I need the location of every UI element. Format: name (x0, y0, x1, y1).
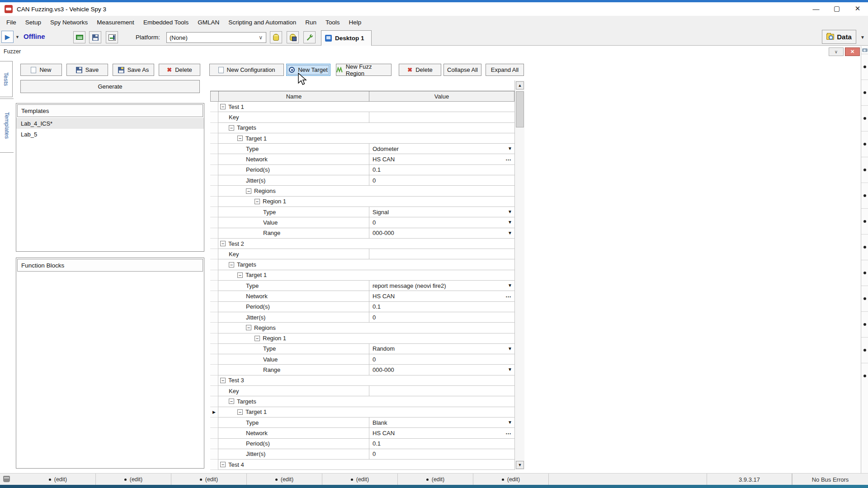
database-button[interactable] (270, 31, 282, 43)
collapse-toggle-icon[interactable]: − (255, 336, 260, 341)
menu-run[interactable]: Run (301, 16, 321, 29)
tree-row[interactable]: −Regions (210, 323, 514, 333)
menu-embedded-tools[interactable]: Embedded Tools (139, 16, 193, 29)
menu-help[interactable]: Help (344, 16, 366, 29)
tree-value-cell[interactable]: Odometer▼ (369, 144, 514, 154)
tree-row[interactable]: Period(s)0.1 (210, 439, 514, 449)
collapse-toggle-icon[interactable]: − (220, 241, 226, 246)
tree-row[interactable]: −Targets (210, 396, 514, 407)
tree-value-cell[interactable] (369, 386, 514, 396)
menu-tools[interactable]: Tools (321, 16, 344, 29)
browse-ellipsis-icon[interactable]: … (505, 429, 512, 436)
collapse-toggle-icon[interactable]: − (255, 199, 260, 204)
vertical-scrollbar[interactable]: ▲ ▼ (514, 80, 524, 470)
tree-row[interactable]: Period(s)0.1 (210, 165, 514, 175)
tree-value-cell[interactable] (369, 249, 514, 259)
strip-slot[interactable] (861, 131, 868, 157)
tree-row[interactable]: Typereport message (neovi fire2)▼ (210, 281, 514, 291)
tree-value-cell[interactable]: HS CAN… (369, 428, 514, 438)
minimize-icon[interactable]: — (806, 2, 826, 15)
strip-slot[interactable] (861, 363, 868, 389)
scroll-up-icon[interactable]: ▲ (516, 81, 524, 89)
template-item[interactable]: Lab_5 (16, 129, 204, 140)
edit-status-cell[interactable]: (edit) (247, 474, 322, 485)
tree-value-cell[interactable]: 0 (369, 312, 514, 323)
tools-button[interactable] (303, 31, 316, 43)
new-configuration-button[interactable]: New Configuration (209, 64, 284, 76)
tree-row[interactable]: Jitter(s)0 (210, 312, 514, 323)
collapse-toggle-icon[interactable]: − (246, 325, 251, 330)
new-target-button[interactable]: New Target (286, 64, 330, 76)
tree-row[interactable]: TypeOdometer▼ (210, 144, 514, 154)
tree-value-cell[interactable]: 0.1 (369, 165, 514, 175)
maximize-icon[interactable]: ▢ (826, 2, 847, 15)
edit-status-cell[interactable]: (edit) (473, 474, 549, 485)
strip-slot[interactable] (861, 105, 868, 131)
value-column-header[interactable]: Value (369, 91, 514, 102)
menu-scripting-and-automation[interactable]: Scripting and Automation (224, 16, 301, 29)
tree-delete-button[interactable]: ✖Delete (399, 64, 441, 76)
tree-value-cell[interactable]: HS CAN… (369, 154, 514, 164)
tree-row[interactable]: NetworkHS CAN… (210, 154, 514, 164)
tree-row[interactable]: −Targets (210, 123, 514, 133)
tree-row[interactable]: −Target 1 (210, 133, 514, 144)
tree-row[interactable]: TypeBlank▼ (210, 418, 514, 428)
tree-row[interactable]: ▶−Target 1 (210, 407, 514, 418)
menu-measurement[interactable]: Measurement (92, 16, 139, 29)
menu-file[interactable]: File (2, 16, 21, 29)
save-button[interactable]: Save (66, 64, 108, 76)
tree-row[interactable]: Key (210, 249, 514, 259)
tree-row[interactable]: −Region 1 (210, 197, 514, 207)
side-tab-tests[interactable]: Tests (0, 61, 13, 97)
tree-row[interactable]: −Targets (210, 259, 514, 270)
strip-slot[interactable] (861, 234, 868, 260)
edit-status-cell[interactable]: (edit) (20, 474, 96, 485)
tree-value-cell[interactable]: 0 (369, 449, 514, 460)
strip-slot[interactable] (861, 337, 868, 363)
dropdown-arrow-icon[interactable]: ▼ (508, 209, 512, 214)
dropdown-arrow-icon[interactable]: ▼ (508, 420, 512, 425)
collapse-toggle-icon[interactable]: − (220, 462, 226, 467)
collapse-toggle-icon[interactable]: − (237, 136, 243, 141)
data-dropdown-icon[interactable]: ▼ (858, 33, 867, 42)
tree-row[interactable]: −Test 3 (210, 375, 514, 386)
strip-slot[interactable] (861, 260, 868, 286)
tree-row[interactable]: −Test 1 (210, 102, 514, 112)
side-tab-templates[interactable]: Templates (0, 99, 14, 153)
browse-ellipsis-icon[interactable]: … (505, 292, 512, 299)
tree-row[interactable]: TypeSignal▼ (210, 207, 514, 217)
name-column-header[interactable]: Name (218, 91, 369, 102)
save-toolbar-button[interactable] (89, 31, 101, 43)
collapse-toggle-icon[interactable]: − (246, 188, 251, 194)
tree-value-cell[interactable]: 0▼ (369, 217, 514, 228)
tree-value-cell[interactable]: HS CAN… (369, 291, 514, 301)
tree-row[interactable]: Jitter(s)0 (210, 175, 514, 186)
strip-slot[interactable] (861, 311, 868, 337)
collapse-toggle-icon[interactable]: − (237, 272, 243, 278)
delete-button[interactable]: ✖Delete (159, 64, 200, 76)
new-button[interactable]: New (20, 64, 62, 76)
strip-slot[interactable] (861, 286, 868, 311)
edit-status-cell[interactable]: (edit) (398, 474, 473, 485)
tree-value-cell[interactable]: 0 (369, 354, 514, 365)
tree-row[interactable]: Range000-000▼ (210, 365, 514, 375)
tree-row[interactable]: Range000-000▼ (210, 228, 514, 239)
strip-slot[interactable] (861, 157, 868, 183)
tree-row[interactable]: Key (210, 386, 514, 396)
tree-value-cell[interactable]: Random▼ (369, 344, 514, 354)
tree-row[interactable]: −Test 4 (210, 460, 514, 470)
dropdown-arrow-icon[interactable]: ▼ (508, 346, 512, 351)
strip-slot[interactable] (861, 183, 868, 208)
panel-close-icon[interactable]: ✕ (845, 47, 860, 56)
strip-slot[interactable] (861, 80, 868, 105)
tree-row[interactable]: Value0▼ (210, 217, 514, 228)
new-fuzz-region-button[interactable]: New Fuzz Region (336, 64, 392, 76)
tree-value-cell[interactable]: Signal▼ (369, 207, 514, 217)
scroll-down-icon[interactable]: ▼ (516, 461, 524, 469)
camera-icon[interactable] (862, 48, 868, 52)
edit-status-cell[interactable]: (edit) (96, 474, 171, 485)
collapse-toggle-icon[interactable]: − (229, 262, 234, 267)
expand-all-button[interactable]: Expand All (486, 64, 524, 76)
tree-value-cell[interactable]: 0.1 (369, 302, 514, 312)
collapse-toggle-icon[interactable]: − (220, 104, 226, 109)
